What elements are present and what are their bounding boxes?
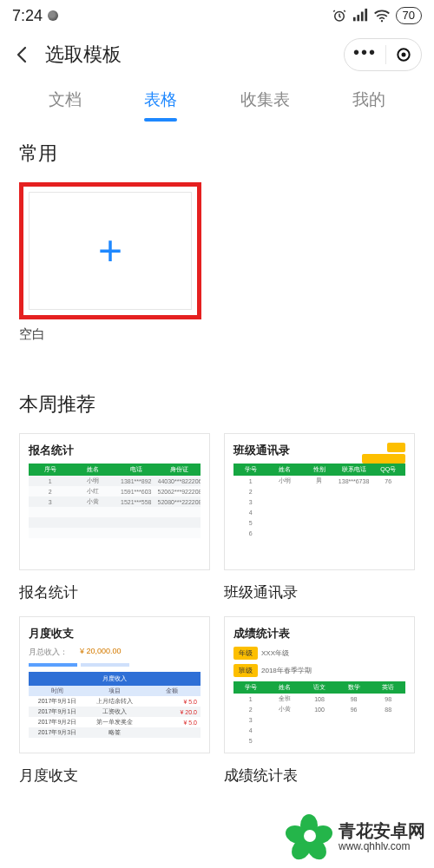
- template-label: 班级通讯录: [224, 582, 415, 602]
- section-title-frequent: 常用: [19, 141, 415, 167]
- tab-mine[interactable]: 我的: [349, 82, 389, 122]
- thumb-title: 成绩统计表: [233, 626, 405, 641]
- badge-icon: [387, 443, 405, 452]
- watermark-url: www.qhhlv.com: [339, 841, 425, 853]
- clock: 7:24: [12, 7, 43, 25]
- back-icon[interactable]: [12, 44, 33, 65]
- template-label: 报名统计: [19, 582, 210, 602]
- signal-icon: [352, 8, 368, 23]
- notification-dot-icon: [48, 10, 58, 21]
- tab-document[interactable]: 文档: [45, 82, 85, 122]
- alarm-icon: [332, 8, 347, 23]
- template-card-signup-stats[interactable]: 报名统计 序号姓名电话身份证 1小明1381***89244030***8222…: [19, 433, 210, 602]
- wifi-icon: [373, 8, 391, 23]
- template-label: 月度收支: [19, 766, 210, 786]
- template-thumb: 月度收支 月总收入： ¥ 20,000.00 月度收入 时间项目金额 2017年…: [19, 616, 210, 753]
- tab-form[interactable]: 收集表: [237, 82, 293, 122]
- status-bar: 7:24 70: [0, 0, 434, 31]
- more-icon[interactable]: •••: [353, 52, 377, 57]
- template-thumb: 成绩统计表 年级XXX年级 班级2018年春季学期 学号姓名语文数学英语 1全班…: [224, 616, 415, 753]
- thumb-title: 班级通讯录: [233, 443, 290, 458]
- svg-rect-4: [365, 9, 367, 21]
- page-title: 选取模板: [45, 42, 122, 68]
- template-card-class-contacts[interactable]: 班级通讯录 学号姓名性别联系电话QQ号 1小明男138***673876 2 3…: [224, 433, 415, 602]
- blank-template-card[interactable]: + 空白: [19, 182, 201, 343]
- tab-spreadsheet[interactable]: 表格: [141, 82, 181, 122]
- svg-point-7: [402, 53, 406, 57]
- template-card-score-stats[interactable]: 成绩统计表 年级XXX年级 班级2018年春季学期 学号姓名语文数学英语 1全班…: [224, 616, 415, 786]
- template-label: 成绩统计表: [224, 766, 415, 786]
- flower-logo-icon: [285, 812, 333, 861]
- divider: [385, 45, 386, 64]
- mini-program-actions: •••: [344, 38, 422, 71]
- svg-point-5: [380, 20, 382, 22]
- category-tabs: 文档 表格 收集表 我的: [0, 78, 434, 122]
- template-thumb: 班级通讯录 学号姓名性别联系电话QQ号 1小明男138***673876 2 3…: [224, 433, 415, 570]
- svg-rect-2: [357, 15, 359, 21]
- thumb-title: 报名统计: [29, 443, 201, 458]
- close-target-icon[interactable]: [395, 46, 412, 63]
- section-frequent: 常用 + 空白: [0, 122, 434, 343]
- svg-rect-3: [360, 12, 363, 22]
- badge-icon: [362, 454, 405, 464]
- plus-icon: +: [98, 230, 122, 272]
- template-card-monthly-budget[interactable]: 月度收支 月总收入： ¥ 20,000.00 月度收入 时间项目金额 2017年…: [19, 616, 210, 786]
- blank-template-label: 空白: [19, 326, 201, 343]
- page-header: 选取模板 •••: [0, 31, 434, 78]
- blank-template-highlight: +: [19, 182, 201, 319]
- watermark: 青花安卓网 www.qhhlv.com: [285, 812, 425, 861]
- section-title-recommend: 本周推荐: [19, 391, 415, 418]
- battery-indicator: 70: [396, 7, 422, 24]
- svg-rect-1: [352, 17, 355, 22]
- section-recommend: 本周推荐 报名统计 序号姓名电话身份证 1小明1381***89244030**…: [0, 343, 434, 786]
- watermark-name: 青花安卓网: [339, 821, 425, 841]
- thumb-title: 月度收支: [29, 626, 201, 641]
- template-thumb: 报名统计 序号姓名电话身份证 1小明1381***89244030***8222…: [19, 433, 210, 570]
